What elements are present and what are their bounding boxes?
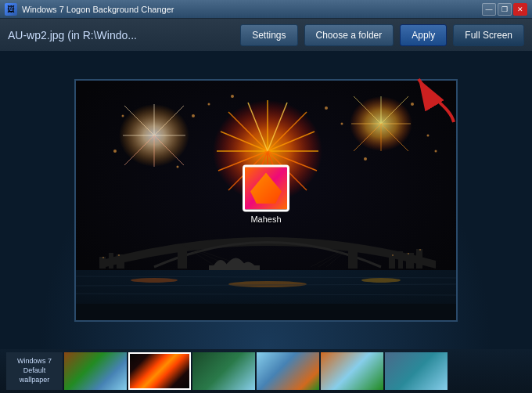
thumbnail-3[interactable] (192, 352, 255, 390)
svg-point-70 (131, 278, 178, 283)
fullscreen-button[interactable]: Full Screen (453, 24, 524, 46)
svg-rect-61 (398, 251, 403, 269)
filename-label: AU-wp2.jpg (in R:\Windo... (8, 29, 234, 41)
thumbnail-label-text: Windows 7Defaultwallpaper (17, 357, 52, 384)
svg-point-42 (364, 157, 367, 160)
thumbnail-2-selected[interactable] (128, 352, 191, 390)
close-button[interactable]: ✕ (513, 3, 527, 16)
svg-rect-58 (109, 253, 113, 269)
svg-rect-59 (117, 254, 124, 269)
user-avatar-box (243, 164, 289, 211)
svg-point-40 (231, 95, 234, 98)
svg-rect-57 (99, 257, 106, 269)
title-bar-controls: — ❐ ✕ (482, 3, 527, 16)
svg-rect-62 (406, 253, 414, 269)
svg-point-37 (208, 103, 210, 106)
svg-point-47 (435, 150, 437, 153)
thumbnail-6[interactable] (385, 352, 448, 390)
thumbnail-5[interactable] (321, 352, 383, 390)
svg-rect-76 (76, 304, 458, 322)
svg-point-41 (177, 166, 179, 168)
thumbnail-1[interactable] (64, 352, 127, 390)
title-bar: 🖼 Windows 7 Logon Background Changer — ❐… (0, 0, 532, 19)
thumbnail-default[interactable]: Windows 7Defaultwallpaper (6, 352, 63, 390)
thumbnail-strip: Windows 7Defaultwallpaper (0, 349, 532, 393)
restore-button[interactable]: ❐ (498, 3, 512, 16)
minimize-button[interactable]: — (482, 3, 496, 16)
thumbnail-label-container: Windows 7Defaultwallpaper (6, 352, 63, 390)
svg-point-68 (419, 249, 421, 251)
svg-rect-48 (178, 245, 187, 269)
svg-rect-49 (348, 245, 358, 269)
svg-point-38 (325, 106, 328, 110)
apply-button[interactable]: Apply (400, 24, 447, 46)
main-content: Mahesh (0, 52, 532, 349)
toolbar: AU-wp2.jpg (in R:\Windo... Settings Choo… (0, 19, 532, 52)
svg-rect-56 (209, 265, 260, 270)
settings-button[interactable]: Settings (240, 24, 297, 46)
user-icon-container: Mahesh (243, 164, 289, 224)
svg-point-67 (408, 253, 409, 254)
choose-folder-button[interactable]: Choose a folder (304, 24, 394, 46)
title-bar-text: Windows 7 Logon Background Changer (22, 5, 477, 14)
svg-point-64 (102, 257, 104, 258)
svg-point-45 (122, 115, 124, 117)
user-name-label: Mahesh (250, 215, 281, 224)
preview-area: Mahesh (74, 79, 458, 322)
app-icon: 🖼 (5, 3, 17, 16)
svg-rect-63 (416, 249, 422, 269)
user-avatar-image (250, 172, 282, 204)
svg-point-36 (192, 114, 195, 117)
svg-point-71 (228, 281, 307, 287)
svg-point-72 (361, 278, 401, 283)
svg-point-46 (411, 103, 414, 106)
svg-point-44 (113, 150, 117, 153)
svg-rect-60 (389, 254, 395, 269)
thumbnail-4[interactable] (257, 352, 319, 390)
svg-point-66 (392, 254, 394, 256)
svg-point-43 (427, 135, 430, 137)
svg-point-65 (118, 254, 120, 256)
svg-point-39 (341, 123, 343, 125)
